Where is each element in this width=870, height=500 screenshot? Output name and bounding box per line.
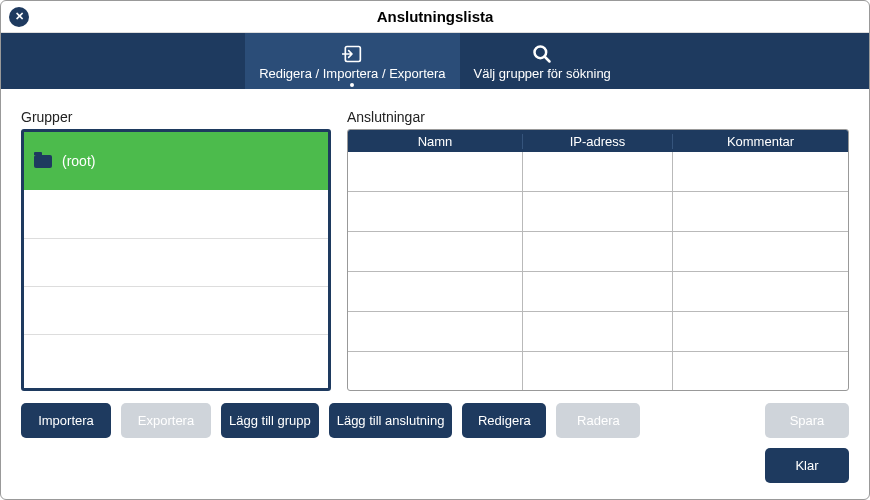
table-header: Namn IP-adress Kommentar bbox=[348, 130, 848, 152]
titlebar: ✕ Anslutningslista bbox=[1, 1, 869, 33]
done-button[interactable]: Klar bbox=[765, 448, 849, 483]
groups-panel: (root) bbox=[21, 129, 331, 391]
tab-select-groups[interactable]: Välj grupper för sökning bbox=[460, 33, 625, 89]
connections-table: Namn IP-adress Kommentar bbox=[347, 129, 849, 391]
table-row[interactable] bbox=[348, 312, 848, 352]
table-row[interactable] bbox=[348, 192, 848, 232]
col-ip[interactable]: IP-adress bbox=[523, 134, 673, 149]
close-button[interactable]: ✕ bbox=[9, 7, 29, 27]
table-row[interactable] bbox=[348, 272, 848, 312]
table-row[interactable] bbox=[348, 352, 848, 391]
search-icon bbox=[532, 44, 552, 64]
import-button[interactable]: Importera bbox=[21, 403, 111, 438]
edit-button[interactable]: Redigera bbox=[462, 403, 546, 438]
import-export-icon bbox=[342, 44, 362, 64]
folder-icon bbox=[34, 155, 52, 168]
tab-label: Välj grupper för sökning bbox=[474, 66, 611, 81]
export-button: Exportera bbox=[121, 403, 211, 438]
save-button: Spara bbox=[765, 403, 849, 438]
close-icon: ✕ bbox=[15, 11, 24, 22]
bottom-area: Importera Exportera Lägg till grupp Lägg… bbox=[1, 403, 869, 499]
groups-label: Grupper bbox=[21, 109, 331, 125]
table-body bbox=[348, 152, 848, 391]
tab-edit-import-export[interactable]: Redigera / Importera / Exportera bbox=[245, 33, 459, 89]
add-connection-button[interactable]: Lägg till anslutning bbox=[329, 403, 453, 438]
col-comment[interactable]: Kommentar bbox=[673, 134, 848, 149]
delete-button: Radera bbox=[556, 403, 640, 438]
window: ✕ Anslutningslista Redigera / Importera … bbox=[0, 0, 870, 500]
group-item-root[interactable]: (root) bbox=[24, 132, 328, 190]
tab-label: Redigera / Importera / Exportera bbox=[259, 66, 445, 81]
tabbar: Redigera / Importera / Exportera Välj gr… bbox=[1, 33, 869, 89]
col-name[interactable]: Namn bbox=[348, 134, 523, 149]
table-row[interactable] bbox=[348, 152, 848, 192]
groups-column: Grupper (root) bbox=[21, 109, 331, 391]
groups-empty-rows bbox=[24, 190, 328, 382]
connections-label: Anslutningar bbox=[347, 109, 849, 125]
table-row[interactable] bbox=[348, 232, 848, 272]
add-group-button[interactable]: Lägg till grupp bbox=[221, 403, 319, 438]
group-item-label: (root) bbox=[62, 153, 95, 169]
content: Grupper (root) Anslutningar Namn bbox=[1, 89, 869, 403]
connections-column: Anslutningar Namn IP-adress Kommentar bbox=[347, 109, 849, 391]
window-title: Anslutningslista bbox=[1, 8, 869, 25]
